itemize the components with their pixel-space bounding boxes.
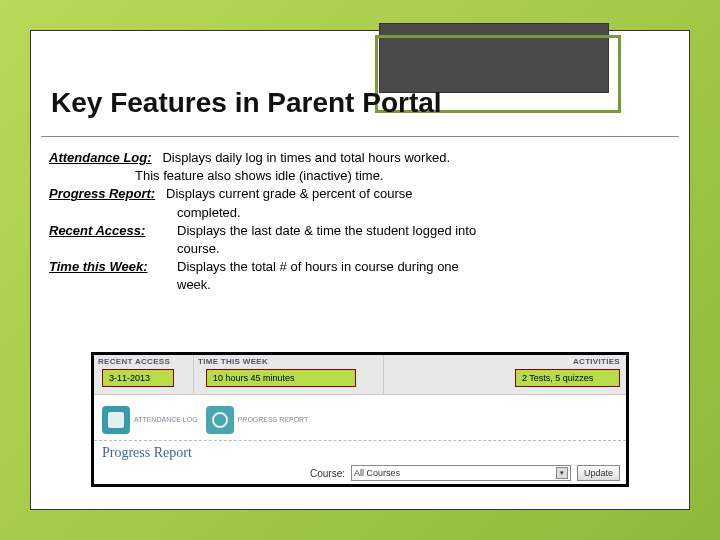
highlight-value: 2 Tests, 5 quizzes [522, 373, 593, 383]
feature-desc: Displays current grade & percent of cour… [166, 186, 412, 201]
icon-label: ATTENDANCE LOG [134, 416, 198, 424]
attendance-log-icon [102, 406, 130, 434]
portal-screenshot-inner: RECENT ACCESS 3-11-2013 TIME THIS WEEK 1… [94, 355, 626, 484]
feature-label: Time this Week: [49, 259, 148, 274]
feature-desc-cont: This feature also shows idle (inactive) … [49, 167, 671, 185]
feature-desc: Displays the last date & time the studen… [177, 222, 476, 240]
title-divider [41, 136, 679, 137]
highlight-value: 3-11-2013 [109, 373, 150, 383]
feature-label: Progress Report: [49, 186, 155, 201]
feature-list: Attendance Log: Displays daily log in ti… [49, 149, 671, 295]
list-icon [108, 412, 124, 428]
course-select-value: All Courses [354, 468, 400, 478]
feature-recent-access: Recent Access: Displays the last date & … [49, 222, 671, 240]
highlight-time-this-week: 10 hours 45 minutes [206, 369, 356, 387]
col-header: ACTIVITIES [388, 357, 626, 366]
course-selector-row: Course: All Courses ▾ Update [94, 461, 626, 481]
attendance-log-button[interactable]: ATTENDANCE LOG [102, 403, 198, 436]
chart-icon [212, 412, 228, 428]
col-header: RECENT ACCESS [98, 357, 193, 366]
chevron-down-icon: ▾ [556, 467, 568, 479]
col-activities: ACTIVITIES 2 Tests, 5 quizzes [384, 355, 626, 394]
slide-title: Key Features in Parent Portal [51, 87, 442, 119]
feature-progress-report: Progress Report: Displays current grade … [49, 185, 671, 203]
progress-report-button[interactable]: PROGRESS REPORT [206, 403, 309, 436]
update-button[interactable]: Update [577, 465, 620, 481]
progress-report-icon [206, 406, 234, 434]
col-recent-access: RECENT ACCESS 3-11-2013 [94, 355, 194, 394]
feature-desc-cont: course. [49, 240, 671, 258]
col-time-this-week: TIME THIS WEEK 10 hours 45 minutes [194, 355, 384, 394]
icon-row: ATTENDANCE LOG PROGRESS REPORT [94, 395, 626, 441]
feature-label: Attendance Log: [49, 150, 152, 165]
feature-attendance-log: Attendance Log: Displays daily log in ti… [49, 149, 671, 167]
course-select[interactable]: All Courses ▾ [351, 465, 571, 481]
stats-row: RECENT ACCESS 3-11-2013 TIME THIS WEEK 1… [94, 355, 626, 395]
update-button-label: Update [584, 468, 613, 478]
feature-desc-cont: week. [49, 276, 671, 294]
col-header: TIME THIS WEEK [198, 357, 383, 366]
feature-desc: Displays the total # of hours in course … [177, 258, 459, 276]
feature-label: Recent Access: [49, 223, 145, 238]
feature-time-this-week: Time this Week: Displays the total # of … [49, 258, 671, 276]
title-accent-box [379, 23, 609, 93]
feature-desc-cont: completed. [49, 204, 671, 222]
course-label: Course: [310, 468, 345, 479]
slide-card: Key Features in Parent Portal Attendance… [30, 30, 690, 510]
highlight-value: 10 hours 45 minutes [213, 373, 295, 383]
progress-report-title: Progress Report [94, 441, 626, 461]
icon-label: PROGRESS REPORT [238, 416, 309, 424]
feature-desc: Displays daily log in times and total ho… [162, 150, 450, 165]
highlight-activities: 2 Tests, 5 quizzes [515, 369, 620, 387]
highlight-recent-access: 3-11-2013 [102, 369, 174, 387]
portal-screenshot: RECENT ACCESS 3-11-2013 TIME THIS WEEK 1… [91, 352, 629, 487]
